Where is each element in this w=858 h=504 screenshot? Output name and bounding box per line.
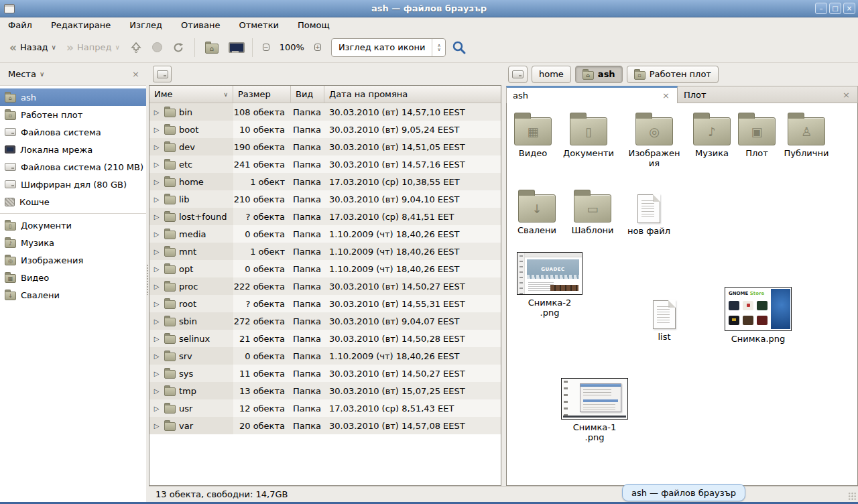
file-icon-музика[interactable]: ♪Музика (690, 112, 733, 158)
back-button[interactable]: « Назад ∨ (5, 39, 60, 56)
expander-icon[interactable]: ▷ (152, 178, 161, 186)
path-button-ash[interactable]: ⌂ash (575, 66, 623, 83)
path-button-root[interactable] (508, 66, 528, 83)
tab-close-icon[interactable]: × (841, 90, 851, 100)
expander-icon[interactable]: ▷ (152, 143, 161, 151)
file-icon-публични[interactable]: ♙Публични (780, 112, 833, 158)
tab-ash[interactable]: ash× (506, 86, 678, 103)
expander-icon[interactable]: ▷ (152, 335, 161, 342)
column-header-type[interactable]: Вид (291, 86, 324, 103)
expander-icon[interactable]: ▷ (152, 353, 161, 360)
sidebar-item-документи[interactable]: ▯Документи (0, 216, 146, 234)
resize-grip-icon[interactable] (848, 492, 857, 501)
file-icon-list[interactable]: list (648, 296, 681, 342)
tab-плот[interactable]: Плот× (678, 86, 858, 103)
expander-icon[interactable]: ▷ (152, 387, 161, 395)
menu-редактиране[interactable]: Редактиране (50, 19, 112, 31)
table-row[interactable]: ▷home1 обектПапка17.03.2010 (ср) 10,38,5… (149, 173, 501, 190)
table-row[interactable]: ▷etc241 обектаПапка30.03.2010 (вт) 14,57… (149, 155, 501, 173)
file-icon-снимка-2-png[interactable]: GUADECСнимка-2.png (517, 252, 583, 318)
up-button[interactable] (126, 39, 146, 56)
expander-icon[interactable]: ▷ (152, 265, 161, 273)
search-button[interactable] (448, 37, 471, 58)
table-row[interactable]: ▷selinux21 обектаПапка30.03.2010 (вт) 14… (149, 330, 501, 347)
expander-icon[interactable]: ▷ (152, 318, 161, 325)
sidebar-item-музика[interactable]: ♪Музика (0, 234, 146, 251)
view-mode-select[interactable]: Изглед като икони ∧∨ (331, 38, 446, 57)
zoom-out-button[interactable]: − (259, 40, 273, 55)
file-icon-снимка-1-png[interactable]: Снимка-1.png (561, 378, 628, 442)
table-row[interactable]: ▷lost+found? обектаПапка17.03.2010 (ср) … (149, 208, 501, 225)
computer-button[interactable] (225, 39, 246, 56)
sidebar-item-ash[interactable]: ⌂ash (0, 88, 146, 106)
sidebar-item-свалени[interactable]: ↓Свалени (0, 286, 146, 304)
close-button[interactable]: × (843, 3, 855, 14)
menu-изглед[interactable]: Изглед (128, 19, 164, 31)
sidebar-close-button[interactable]: × (129, 68, 142, 80)
sidebar-splitter[interactable] (146, 63, 149, 502)
expander-icon[interactable]: ▷ (152, 213, 161, 220)
sidebar-mode-select[interactable]: Места ∨ (4, 67, 48, 81)
zoom-in-button[interactable]: + (310, 40, 325, 55)
sidebar-item-локална-мрежа[interactable]: Локална мрежа (0, 141, 146, 158)
expander-icon[interactable]: ▷ (152, 231, 161, 238)
table-row[interactable]: ▷sbin272 обектаПапка30.03.2010 (вт) 9,04… (149, 312, 501, 330)
sidebar-item-работен-плот[interactable]: ▫Работен плот (0, 106, 146, 123)
file-icon-документи[interactable]: ▯Документи (560, 112, 617, 158)
expander-icon[interactable]: ▷ (152, 248, 161, 255)
sidebar-item-кошче[interactable]: Кошче (0, 193, 146, 210)
table-row[interactable]: ▷proc222 обектаПапка30.03.2010 (вт) 14,5… (149, 277, 501, 295)
table-row[interactable]: ▷boot10 обектаПапка30.03.2010 (вт) 9,05,… (149, 121, 501, 138)
expander-icon[interactable]: ▷ (152, 283, 161, 290)
file-icon-видео[interactable]: ▦Видео (509, 112, 556, 158)
expander-icon[interactable]: ▷ (152, 422, 161, 430)
expander-icon[interactable]: ▷ (152, 161, 161, 168)
menu-файл[interactable]: Файл (7, 19, 34, 31)
expander-icon[interactable]: ▷ (152, 370, 161, 377)
table-row[interactable]: ▷mnt1 обектПапка1.10.2009 (чт) 18,40,26 … (149, 243, 501, 260)
menu-отиване[interactable]: Отиване (180, 19, 221, 31)
column-header-date[interactable]: Дата на промяна (324, 86, 501, 103)
menu-отметки[interactable]: Отметки (237, 19, 280, 31)
file-icon-свалени[interactable]: ↓Свалени (513, 189, 561, 235)
reload-button[interactable] (168, 38, 188, 57)
maximize-button[interactable]: □ (829, 3, 841, 14)
column-header-name[interactable]: Име∨ (149, 86, 233, 103)
expander-icon[interactable]: ▷ (152, 109, 161, 116)
table-row[interactable]: ▷opt0 обектаПапка1.10.2009 (чт) 18,40,26… (149, 260, 501, 277)
sidebar-item-видео[interactable]: ▦Видео (0, 269, 146, 286)
forward-button[interactable]: » Напред ∨ (62, 39, 124, 56)
file-icon-изображения[interactable]: ◎Изображения (627, 112, 681, 168)
back-dropdown-icon[interactable]: ∨ (52, 44, 56, 51)
file-icon-плот[interactable]: ▣Плот (738, 112, 776, 158)
file-icon-нов-файл[interactable]: нов файл (624, 190, 674, 236)
sidebar-item-изображения[interactable]: ◎Изображения (0, 251, 146, 269)
expander-icon[interactable]: ▷ (152, 196, 161, 203)
path-button-home[interactable]: home (532, 66, 571, 83)
root-location-button[interactable] (153, 66, 172, 82)
sidebar-item-файлова-система[interactable]: Файлова система (0, 123, 146, 141)
table-row[interactable]: ▷dev190 обектаПапка30.03.2010 (вт) 14,51… (149, 138, 501, 155)
menu-помощ[interactable]: Помощ (296, 19, 331, 31)
table-row[interactable]: ▷srv0 обектаПапка1.10.2009 (чт) 18,40,26… (149, 347, 501, 365)
table-row[interactable]: ▷usr12 обектаПапка17.03.2010 (ср) 8,51,4… (149, 399, 501, 417)
table-row[interactable]: ▷var20 обектаПапка30.03.2010 (вт) 14,57,… (149, 417, 501, 434)
minimize-button[interactable]: – (815, 3, 827, 14)
sidebar-item-файлова-система-210-mb-[interactable]: Файлова система (210 MB) (0, 158, 146, 176)
file-icon-шаблони[interactable]: ▭Шаблони (566, 189, 619, 235)
expander-icon[interactable]: ▷ (152, 405, 161, 412)
home-button[interactable]: ⌂ (201, 38, 223, 57)
file-icon-снимка-png[interactable]: GNOME StoreСнимка.png (725, 287, 792, 344)
table-row[interactable]: ▷tmp13 обектаПапка30.03.2010 (вт) 15,07,… (149, 382, 501, 399)
column-header-size[interactable]: Размер (233, 86, 291, 103)
expander-icon[interactable]: ▷ (152, 126, 161, 133)
table-row[interactable]: ▷lib210 обектаПапка30.03.2010 (вт) 9,04,… (149, 190, 501, 208)
sidebar-item-шифриран-дял-80-gb-[interactable]: Шифриран дял (80 GB) (0, 176, 146, 193)
expander-icon[interactable]: ▷ (152, 300, 161, 308)
path-button-работен-плот[interactable]: ▫Работен плот (627, 66, 719, 83)
table-row[interactable]: ▷sys11 обектаПапка30.03.2010 (вт) 14,50,… (149, 365, 501, 382)
table-row[interactable]: ▷media0 обектаПапка1.10.2009 (чт) 18,40,… (149, 225, 501, 243)
table-row[interactable]: ▷root? обектаПапка30.03.2010 (вт) 14,55,… (149, 295, 501, 312)
stop-button[interactable] (148, 39, 166, 56)
table-row[interactable]: ▷bin108 обектаПапка30.03.2010 (вт) 14,57… (149, 103, 501, 121)
